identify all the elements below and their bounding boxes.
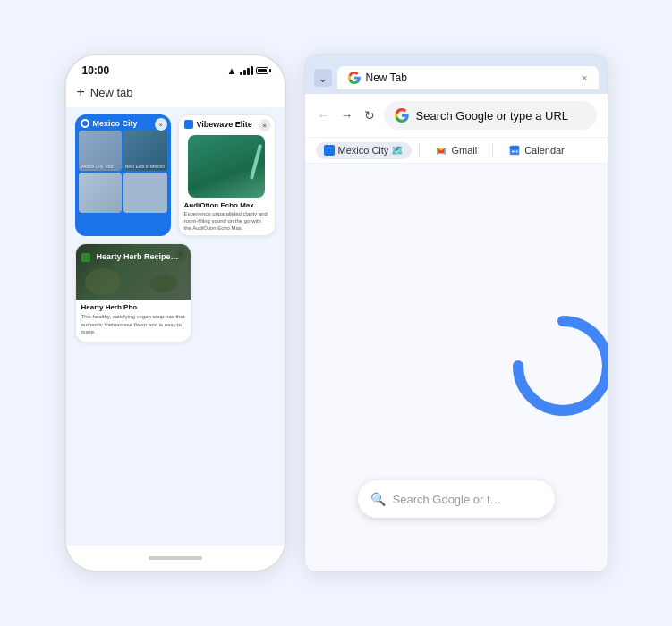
battery-icon <box>256 67 268 74</box>
browser-bookmarks: Mexico City 🗺️ Gmail <box>305 138 608 164</box>
bookmark-gmail[interactable]: Gmail <box>427 141 485 159</box>
phone-home-bar <box>149 556 202 560</box>
browser-forward-button[interactable]: → <box>339 106 355 124</box>
browser-search-box[interactable]: 🔍 Search Google or t… <box>358 480 555 518</box>
svg-rect-6 <box>516 151 518 153</box>
svg-rect-5 <box>515 151 516 153</box>
signal-icon <box>240 66 253 75</box>
mexico-card-close[interactable]: × <box>155 118 167 131</box>
bookmark-divider-2 <box>492 143 493 157</box>
mexico-favicon <box>81 119 89 128</box>
mexico-img-3 <box>79 173 123 213</box>
cards-row-2: × Hearty Herb Recipe… Hearty Herb Pho Th… <box>75 243 276 342</box>
phone-bottom <box>66 546 285 571</box>
phone-time: 10:00 <box>82 64 110 77</box>
cards-row-1: × Mexico City ✏ Mexico City Tour Best Ea… <box>75 114 276 236</box>
herb-favicon <box>81 249 93 265</box>
search-icon: 🔍 <box>370 492 386 506</box>
svg-rect-1 <box>510 146 520 149</box>
bookmark-gmail-label: Gmail <box>451 145 477 156</box>
bookmark-mexico-favicon <box>324 145 335 156</box>
browser-tab-title: New Tab <box>366 72 577 84</box>
vibewave-product-desc: Experience unparalleled clarity and room… <box>184 211 269 232</box>
bookmark-calendar[interactable]: Calendar <box>500 141 573 159</box>
mexico-img-4 <box>123 173 167 213</box>
vibewave-card-close[interactable]: × <box>259 119 271 131</box>
herb-card[interactable]: × Hearty Herb Recipe… Hearty Herb Pho Th… <box>75 243 191 342</box>
browser-main: 🔍 Search Google or t… <box>305 164 608 571</box>
phone-status-icons: ▲ <box>227 65 268 76</box>
browser-omnibox[interactable]: Search Google or type a URL <box>384 101 597 130</box>
svg-rect-3 <box>515 145 516 147</box>
vibewave-product-image <box>188 135 265 198</box>
mexico-img-1: Mexico City Tour <box>79 131 123 171</box>
bookmark-calendar-label: Calendar <box>524 145 565 156</box>
mexico-title: Mexico City <box>93 119 156 128</box>
herb-recipe-desc: This healthy, satisfying vegan soup has … <box>81 313 185 335</box>
mexico-img-1-label: Mexico City Tour <box>81 164 114 169</box>
browser-refresh-button[interactable]: ↻ <box>362 106 377 124</box>
search-box-placeholder: Search Google or t… <box>393 493 502 506</box>
herb-card-header: Hearty Herb Recipe… <box>76 244 184 267</box>
calendar-icon <box>508 144 521 156</box>
svg-rect-4 <box>512 151 514 153</box>
vibewave-product-name: AudiOtion Echo Max <box>184 201 269 209</box>
omnibox-google-icon <box>395 108 409 123</box>
herb-title: Hearty Herb Recipe… <box>97 252 179 261</box>
phone: 10:00 ▲ + New tab <box>64 54 286 572</box>
browser-tab-close[interactable]: × <box>582 72 587 83</box>
google-loading-arc <box>509 312 608 423</box>
phone-new-tab-bar: + New tab <box>66 82 285 107</box>
browser-nav: ← → ↻ Search Google or type a URL <box>305 94 608 138</box>
mexico-image-grid: Mexico City Tour Best Eats in Mexico <box>75 131 171 216</box>
scene: 10:00 ▲ + New tab <box>38 27 635 599</box>
phone-status-bar: 10:00 ▲ <box>66 55 285 82</box>
vibewave-favicon <box>184 120 193 129</box>
mexico-img-2: Best Eats in Mexico <box>123 131 167 171</box>
browser-active-tab[interactable]: New Tab × <box>337 66 599 89</box>
herb-recipe-name: Hearty Herb Pho <box>81 303 185 311</box>
browser-back-button[interactable]: ← <box>316 106 332 124</box>
mexico-card[interactable]: × Mexico City ✏ Mexico City Tour Best Ea… <box>75 114 171 236</box>
vibewave-desc: AudiOtion Echo Max Experience unparallel… <box>179 198 275 235</box>
svg-rect-2 <box>513 145 514 147</box>
omnibox-text: Search Google or type a URL <box>416 109 569 123</box>
bookmark-divider-1 <box>419 143 420 157</box>
browser-tab-bar: ⌄ New Tab × <box>305 55 608 94</box>
tab-list-chevron[interactable]: ⌄ <box>314 69 332 87</box>
browser: ⌄ New Tab × ← → ↻ <box>304 54 608 572</box>
tab-favicon <box>348 72 361 84</box>
wifi-icon: ▲ <box>227 65 237 76</box>
new-tab-plus-icon[interactable]: + <box>77 84 85 100</box>
new-tab-label: New tab <box>90 86 133 99</box>
mexico-img-2-label: Best Eats in Mexico <box>125 164 165 169</box>
gmail-icon <box>435 144 447 156</box>
phone-content: × Mexico City ✏ Mexico City Tour Best Ea… <box>66 107 285 546</box>
bookmark-mexico-city[interactable]: Mexico City 🗺️ <box>316 142 413 159</box>
vibewave-card[interactable]: × Vibewave Elite AudiOtion Echo Max Expe… <box>178 114 276 236</box>
herb-body: Hearty Herb Pho This healthy, satisfying… <box>76 300 191 341</box>
bookmark-mexico-label: Mexico City 🗺️ <box>338 145 404 156</box>
